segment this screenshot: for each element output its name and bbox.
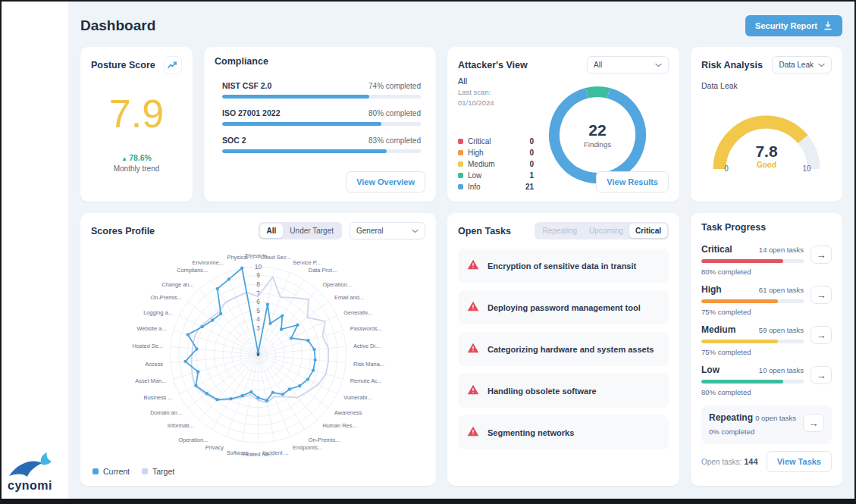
tab-repeating[interactable]: Repeating — [536, 224, 583, 238]
radar-axis-label: Endpoints... — [293, 444, 322, 451]
radar-axis-label: Domain an... — [150, 409, 182, 416]
radar-tick-label: 4 — [256, 315, 260, 323]
radar-axis-label: Access — [145, 361, 163, 368]
tab-upcoming[interactable]: Upcoming — [583, 224, 629, 238]
scores-filter-toggle: AllUnder Target — [259, 222, 342, 239]
task-row[interactable]: Encryption of sensitive data in transit — [458, 249, 669, 283]
radar-legend: CurrentTarget — [91, 467, 425, 477]
priority-progress-bar — [701, 259, 804, 263]
compliance-percent: 83% completed — [368, 136, 421, 145]
radar-legend-item: Target — [142, 467, 174, 476]
attackers-view-filter-value: All — [594, 61, 602, 69]
task-list: Encryption of sensitive data in transitD… — [458, 249, 669, 449]
priority-progress-fill — [701, 299, 778, 303]
attackers-view-title: Attacker's View — [458, 60, 528, 70]
completed-percent: 75% completed — [701, 348, 804, 356]
priority-progress-fill — [701, 340, 778, 343]
compliance-item: NIST CSF 2.074% completed — [222, 81, 421, 99]
legend-item: Medium0 — [458, 160, 534, 168]
radar-axis-label: Cloud Sec... — [261, 254, 291, 261]
task-name: Encryption of sensitive data in transit — [488, 261, 636, 271]
risk-analysis-card: Risk Analysis Data Leak Data Leak 7.8Goo… — [691, 47, 842, 202]
trend-up-icon: ▲ — [121, 155, 129, 162]
legend-label: High — [468, 149, 525, 157]
legend-swatch — [458, 184, 463, 189]
radar-tick-label: 5 — [256, 307, 260, 315]
download-icon — [823, 21, 832, 30]
open-tasks-tabs: RepeatingUpcomingCritical — [535, 222, 669, 239]
compliance-progress-fill — [222, 95, 369, 99]
toggle-option-all[interactable]: All — [260, 224, 284, 238]
priority-progress-bar — [701, 340, 804, 343]
security-report-button[interactable]: Security Report — [745, 15, 842, 36]
svg-text:7.8: 7.8 — [755, 142, 778, 160]
radar-axis-label: Business ... — [144, 394, 173, 401]
scores-profile-card: Scores Profile AllUnder Target General 3… — [80, 213, 436, 486]
task-row[interactable]: Deploying password management tool — [458, 290, 669, 324]
legend-label: Low — [468, 171, 525, 180]
warning-icon — [467, 426, 479, 440]
task-name: Deploying password management tool — [488, 303, 641, 312]
compliance-progress-fill — [222, 149, 387, 153]
radar-legend-swatch — [142, 468, 148, 474]
task-row[interactable]: Handling obsolete software — [458, 374, 669, 408]
view-results-button[interactable]: View Results — [596, 171, 669, 193]
view-overview-button[interactable]: View Overview — [346, 171, 425, 193]
go-to-tasks-arrow-button[interactable]: → — [811, 246, 832, 264]
task-row[interactable]: Segmenting networks — [458, 415, 669, 449]
chevron-down-icon — [818, 63, 825, 67]
legend-value: 21 — [525, 183, 534, 191]
task-row[interactable]: Categorizing hardware and system assets — [458, 332, 669, 366]
task-progress-row: Medium59 open tasks75% completed→ — [701, 324, 832, 356]
attackers-view-filter-select[interactable]: All — [587, 56, 669, 74]
legend-swatch — [458, 150, 463, 155]
compliance-card: Compliance NIST CSF 2.074% completedISO … — [204, 47, 436, 202]
legend-swatch — [458, 161, 463, 167]
view-tasks-button[interactable]: View Tasks — [767, 451, 832, 472]
radar-axis-label: Active Di... — [353, 343, 380, 349]
task-progress-title: Task Progress — [701, 222, 766, 233]
task-progress-list: Critical14 open tasks80% completed→High6… — [701, 236, 832, 443]
completed-percent: 80% completed — [701, 268, 804, 276]
go-to-tasks-arrow-button[interactable]: → — [811, 286, 832, 304]
tab-critical[interactable]: Critical — [629, 224, 667, 238]
scan-scope: All — [458, 77, 534, 86]
risk-subtitle: Data Leak — [701, 81, 832, 90]
posture-score-card: Posture Score 7.9 ▲ 78.6% Monthly trend — [80, 47, 193, 202]
go-to-tasks-arrow-button[interactable]: → — [811, 326, 832, 344]
radar-tick-label: 6 — [256, 298, 260, 305]
radar-axis-label: Asset Man... — [135, 377, 166, 384]
priority-progress-fill — [701, 380, 783, 383]
priority-progress-bar — [701, 299, 804, 303]
posture-score-title: Posture Score — [91, 60, 155, 70]
compliance-progress-fill — [222, 122, 381, 126]
warning-icon — [467, 301, 479, 315]
radar-axis-label: Vulnerabi... — [343, 394, 372, 401]
chevron-down-icon — [655, 63, 662, 67]
chevron-down-icon — [412, 229, 419, 233]
radar-axis-label: Privacy — [205, 444, 224, 451]
completed-percent: 75% completed — [701, 308, 804, 316]
radar-axis-label: Passwords... — [350, 325, 382, 332]
compliance-progress-bar — [222, 122, 421, 126]
radar-axis-label: Hosted Se... — [132, 343, 163, 349]
risk-filter-select[interactable]: Data Leak — [772, 56, 832, 74]
compliance-framework-name: ISO 27001 2022 — [222, 108, 280, 117]
open-tasks-count: 10 open tasks — [759, 366, 804, 374]
toggle-option-under-target[interactable]: Under Target — [283, 224, 340, 238]
trend-chart-icon[interactable] — [164, 56, 182, 74]
radar-axis-label: On-Premis... — [309, 437, 340, 443]
compliance-list: NIST CSF 2.074% completedISO 27001 20228… — [215, 71, 425, 153]
priority-label: Low — [701, 365, 720, 375]
scores-radar-chart: 345678910Threat In...Cloud Sec...Service… — [91, 239, 425, 467]
go-to-tasks-arrow-button[interactable]: → — [803, 414, 824, 432]
legend-item: Info21 — [458, 183, 534, 191]
scores-category-select[interactable]: General — [350, 222, 425, 239]
risk-gauge-chart: 7.8Good010 — [701, 90, 832, 193]
compliance-percent: 74% completed — [368, 82, 421, 90]
svg-text:10: 10 — [802, 164, 811, 173]
compliance-title: Compliance — [215, 56, 268, 67]
legend-swatch — [458, 173, 463, 178]
go-to-tasks-arrow-button[interactable]: → — [811, 366, 832, 384]
radar-tick-label: 3 — [256, 324, 260, 332]
